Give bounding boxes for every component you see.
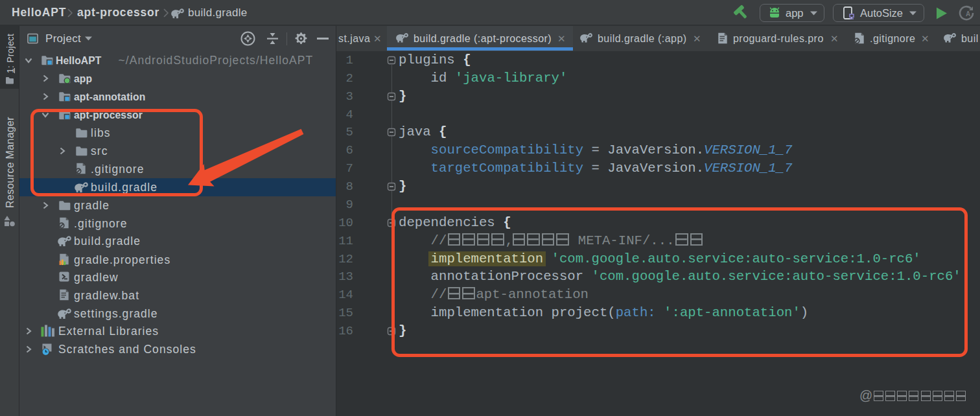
svg-text:A: A bbox=[966, 10, 970, 17]
